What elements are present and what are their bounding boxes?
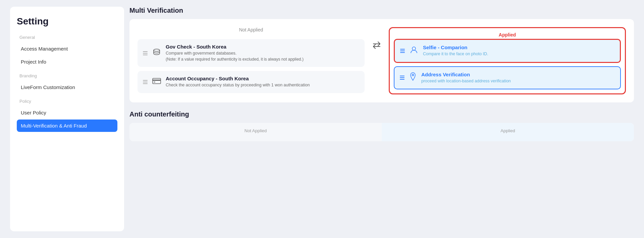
anti-not-applied-label: Not Applied — [136, 128, 375, 133]
account-occupancy-desc: Check the account occupancy status by pr… — [166, 82, 359, 88]
applied-inner: Selfie - Comparion Compare it to the fac… — [394, 39, 621, 89]
svg-rect-3 — [154, 82, 155, 82]
db-icon — [152, 48, 161, 59]
location-icon — [409, 72, 417, 83]
not-applied-label: Not Applied — [138, 27, 365, 32]
svg-rect-1 — [153, 78, 161, 84]
svg-rect-2 — [153, 80, 161, 81]
sidebar-section-branding: Branding — [17, 73, 117, 78]
sidebar-item-multi-verification[interactable]: Multi-Verification & Anti Fraud — [17, 120, 117, 132]
card-icon — [152, 78, 161, 86]
anti-counterfeiting-title: Anti counterfeiting — [129, 110, 634, 118]
address-verification-card[interactable]: Address Verification proceed with locati… — [394, 66, 621, 90]
anti-inner: Not Applied Applied — [129, 123, 634, 141]
lines-icon-address — [400, 76, 405, 80]
lines-icon-selfie — [400, 49, 405, 53]
selfie-content: Selfie - Comparion Compare it to the fac… — [423, 45, 614, 57]
account-occupancy-content: Account Occupancy - South Korea Check th… — [166, 76, 359, 88]
sidebar-title: Setting — [17, 16, 117, 27]
address-title: Address Verification — [421, 72, 615, 77]
anti-panel: Not Applied Applied — [129, 123, 634, 141]
gov-check-title: Gov Check - South Korea — [166, 44, 359, 50]
address-content: Address Verification proceed with locati… — [421, 72, 615, 84]
gov-check-desc: Compare with government databases.(Note:… — [166, 51, 359, 62]
svg-point-0 — [154, 49, 160, 51]
anti-applied-label: Applied — [388, 128, 627, 133]
face-icon — [410, 46, 418, 56]
sidebar-item-access-management[interactable]: Access Management — [17, 43, 117, 55]
sidebar-item-user-policy[interactable]: User Policy — [17, 106, 117, 119]
account-occupancy-title: Account Occupancy - South Korea — [166, 76, 359, 81]
anti-counterfeiting-section: Anti counterfeiting Not Applied Applied — [129, 110, 634, 141]
sidebar-item-project-info[interactable]: Project Info — [17, 56, 117, 68]
lines-icon-account — [143, 80, 148, 84]
applied-col-wrapper: Applied — [389, 27, 626, 94]
gov-check-content: Gov Check - South Korea Compare with gov… — [166, 44, 359, 62]
svg-point-5 — [412, 74, 414, 76]
account-occupancy-card[interactable]: Account Occupancy - South Korea Check th… — [138, 71, 365, 93]
selfie-title: Selfie - Comparion — [423, 45, 614, 50]
app-container: Setting General Access Management Projec… — [10, 7, 634, 231]
selfie-comparion-card[interactable]: Selfie - Comparion Compare it to the fac… — [394, 39, 621, 63]
anti-applied: Applied — [382, 123, 634, 141]
selfie-desc: Compare it to the face on photo ID. — [423, 51, 614, 57]
multi-verification-section: Multi Verification Not Applied — [129, 7, 634, 102]
transfer-arrow — [371, 27, 382, 50]
sidebar-section-policy: Policy — [17, 99, 117, 104]
multi-verification-title: Multi Verification — [129, 7, 634, 14]
gov-check-card[interactable]: Gov Check - South Korea Compare with gov… — [138, 39, 365, 67]
main-content: Multi Verification Not Applied — [129, 7, 634, 231]
sidebar-item-liveform[interactable]: LiveForm Customization — [17, 81, 117, 93]
verification-panel: Not Applied — [129, 19, 634, 102]
sidebar: Setting General Access Management Projec… — [10, 7, 124, 231]
not-applied-col: Not Applied — [138, 27, 365, 93]
lines-icon-gov — [143, 51, 148, 55]
svg-point-4 — [412, 47, 416, 50]
applied-label: Applied — [394, 32, 621, 37]
address-desc: proceed with location-based address veri… — [421, 78, 615, 84]
anti-not-applied: Not Applied — [129, 123, 382, 141]
sidebar-section-general: General — [17, 35, 117, 40]
